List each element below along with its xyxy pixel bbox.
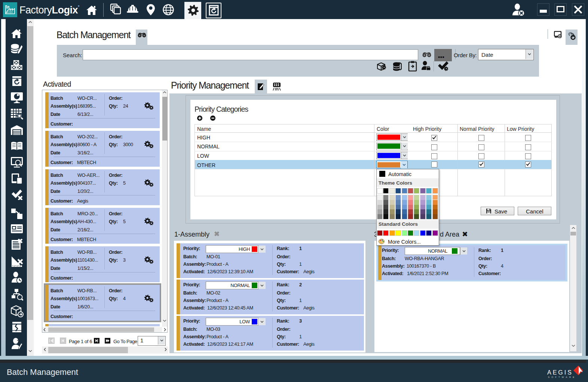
svg-text:?: ? bbox=[17, 339, 20, 344]
